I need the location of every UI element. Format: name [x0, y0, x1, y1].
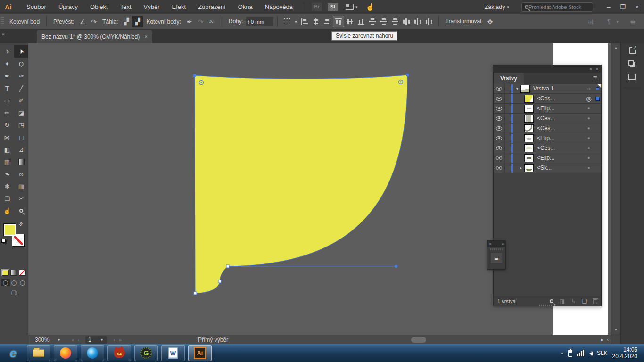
restore-button[interactable]: ❐ [616, 0, 630, 14]
none-button[interactable] [19, 270, 26, 276]
line-segment-tool[interactable]: ╱ [14, 82, 28, 94]
lock-cell[interactable] [505, 163, 511, 173]
scroll-right-icon[interactable]: ▸ [601, 337, 603, 342]
layer-thumbnail[interactable] [520, 85, 530, 93]
draw-inside-mode[interactable]: ◯ [18, 279, 27, 286]
transform-link[interactable]: Transformovat [446, 18, 482, 25]
selection-tool[interactable]: ➢ [0, 45, 14, 58]
shaper-tool[interactable]: ✏ [0, 107, 14, 119]
distribute-center-button[interactable] [412, 16, 423, 27]
stock-search[interactable] [521, 2, 593, 12]
visibility-toggle[interactable] [494, 133, 505, 143]
object-label[interactable]: <Ces... [534, 95, 584, 102]
object-label[interactable]: <Elip... [534, 155, 584, 161]
speaker-icon[interactable]: ◀) [589, 351, 592, 356]
object-thumbnail[interactable] [524, 95, 534, 103]
visibility-toggle[interactable] [494, 104, 505, 114]
expand-chevron-icon[interactable]: ▾ [514, 86, 520, 91]
distribute-bottom-button[interactable] [389, 16, 401, 27]
align-bottom-button[interactable] [355, 16, 367, 27]
object-thumbnail[interactable] [524, 134, 534, 142]
workspace-switcher-icon[interactable] [346, 4, 354, 10]
fill-swatch[interactable] [3, 223, 16, 236]
composer-options[interactable]: ¶ ▾ [603, 16, 620, 27]
menu-objekt[interactable]: Objekt [84, 0, 114, 14]
swap-fill-stroke-icon[interactable]: ⇄ [17, 221, 24, 228]
group-thumbnail[interactable] [524, 164, 534, 172]
canvas[interactable]: « × Vrstvy ≣ ◥ ▾ Vrstva 1 [28, 43, 611, 335]
blend-tool[interactable]: ∞ [14, 168, 28, 180]
target-dot-icon[interactable]: ● [584, 136, 594, 140]
battery-icon[interactable] [568, 350, 572, 357]
select-bounds-icon[interactable] [281, 16, 293, 27]
lock-cell[interactable] [505, 84, 511, 94]
minimize-button[interactable]: – [602, 0, 616, 14]
menu-okna[interactable]: Okna [232, 0, 259, 14]
convert-to-smooth-icon[interactable]: ↷ [88, 16, 99, 27]
object-thumbnail[interactable] [524, 144, 534, 152]
scroll-up-icon[interactable]: ▴ [615, 43, 617, 50]
close-button[interactable]: × [630, 0, 644, 14]
object-thumbnail[interactable] [524, 124, 534, 132]
tab-vrstvy[interactable]: Vrstvy [494, 73, 524, 84]
selected-yellow-path[interactable] [195, 75, 407, 293]
scroll-down-icon[interactable]: ▾ [615, 327, 617, 334]
taskbar-irfanview[interactable]: 64 [107, 345, 131, 361]
delete-layer-icon[interactable] [593, 299, 597, 304]
list-options-icon[interactable]: ≣ [627, 16, 638, 27]
corner-radius-value[interactable]: 0 mm [251, 19, 264, 25]
chevron-down-icon[interactable]: ▾ [355, 5, 358, 9]
layer-row-path[interactable]: <Ces... ● [494, 114, 601, 123]
stock-icon[interactable]: St [328, 3, 338, 11]
default-colors-icon[interactable] [1, 239, 6, 243]
distribute-right-button[interactable] [423, 16, 435, 27]
align-center-h-button[interactable] [310, 16, 322, 27]
object-label[interactable]: <Elip... [534, 105, 584, 112]
anchor-point[interactable] [218, 280, 221, 283]
layer-row-group[interactable]: ▸ <Sk... ● [494, 163, 601, 173]
distribute-left-button[interactable] [401, 16, 412, 27]
make-mask-icon[interactable]: ◨ [560, 298, 565, 304]
new-sublayer-icon[interactable]: ↳ [571, 298, 576, 304]
scale-tool[interactable]: ◳ [14, 119, 28, 131]
layer-label[interactable]: Vrstva 1 [530, 85, 584, 92]
taskbar-word[interactable]: W [161, 345, 185, 361]
zoom-tool[interactable] [14, 205, 28, 217]
column-graph-tool[interactable]: ▥ [14, 180, 28, 192]
rectangle-tool[interactable]: ▭ [0, 94, 14, 107]
target-circle-icon[interactable]: ○ [584, 86, 594, 91]
network-signal-icon[interactable] [577, 350, 584, 356]
vertical-scrollbar[interactable]: ▴ ▾ [611, 43, 620, 344]
collapse-panel-icon[interactable]: « [590, 66, 592, 71]
layer-row-path[interactable]: <Ces... ● [494, 123, 601, 133]
expand-panel-icon[interactable]: » [489, 242, 491, 246]
target-dot-icon[interactable]: ● [584, 126, 594, 131]
show-hidden-icons[interactable]: ▴ [561, 351, 563, 355]
anchor-point-selected[interactable] [193, 74, 196, 77]
group-label[interactable]: <Sk... [534, 165, 584, 171]
hand-tool[interactable]: ☝ [0, 205, 14, 217]
object-label[interactable]: <Ces... [534, 125, 584, 132]
taskbar-internet-explorer[interactable]: e [3, 345, 24, 361]
mesh-tool[interactable]: ▦ [0, 156, 14, 168]
prev-artboard-icon[interactable]: ‹ [78, 337, 80, 343]
resize-grip[interactable] [539, 305, 555, 306]
artboard-selector[interactable]: 1 ▾ [85, 336, 107, 344]
align-middle-v-button[interactable] [344, 16, 355, 27]
smooth-anchor-icon[interactable]: ↷ [195, 16, 206, 27]
object-label[interactable]: <Ces... [534, 115, 584, 122]
layer-row-path[interactable]: <Ces... ● [494, 143, 601, 153]
collapse-icons-icon[interactable]: « [2, 32, 5, 37]
search-input[interactable] [528, 4, 584, 10]
anchor-point-selected[interactable] [406, 74, 409, 76]
new-layer-icon[interactable]: ❏ [582, 298, 587, 304]
pathfinder-panel-icon[interactable] [629, 75, 636, 80]
bezier-handle-end[interactable] [395, 265, 397, 268]
visibility-toggle[interactable] [494, 153, 505, 163]
visibility-toggle[interactable] [494, 123, 505, 133]
collapsed-panel-icon[interactable]: ≡ [491, 253, 502, 263]
eyedropper-tool[interactable]: ✒ [0, 168, 14, 180]
layer-row-ellipse[interactable]: <Elip... ● [494, 133, 601, 143]
close-panel-icon[interactable]: × [501, 242, 504, 246]
menu-text[interactable]: Text [114, 0, 138, 14]
